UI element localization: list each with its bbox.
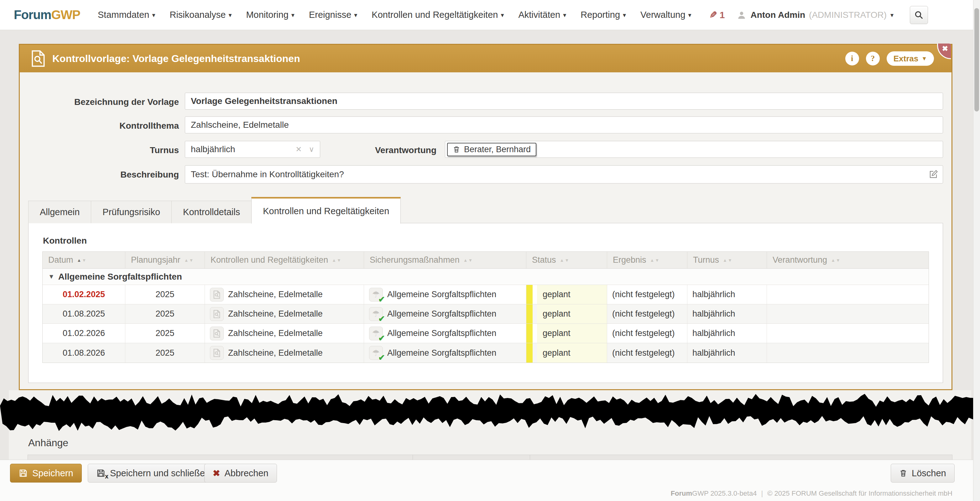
app-logo-part2: GWP xyxy=(51,8,80,22)
app-logo[interactable]: ForumGWP xyxy=(14,8,80,22)
tab-pruefungsrisiko[interactable]: Prüfungsrisiko xyxy=(91,201,172,223)
table-row[interactable]: 01.02.2025 2025 Zahlscheine, Edelmetalle… xyxy=(43,285,929,304)
user-role: (ADMINISTRATOR) xyxy=(809,10,887,20)
sort-icons: ▲▼ xyxy=(650,258,660,263)
vertical-scrollbar[interactable] xyxy=(973,0,980,501)
save-and-close-button[interactable]: x Speichern und schließen xyxy=(88,464,218,482)
menu-item-monitoring[interactable]: Monitoring▾ xyxy=(246,10,294,20)
verantwortung-field[interactable]: Berater, Bernhard xyxy=(445,141,943,158)
column-header-turnus[interactable]: Turnus▲▼ xyxy=(687,252,767,268)
beschreibung-field xyxy=(185,165,943,184)
cell-kontrolle: Zahlscheine, Edelmetalle xyxy=(228,309,323,319)
sort-icons: ▲▼ xyxy=(831,258,841,263)
column-header-datum[interactable]: Datum▲▼ xyxy=(43,252,125,268)
sort-icons: ▲▼ xyxy=(77,258,87,263)
cell-kontrolle: Zahlscheine, Edelmetalle xyxy=(228,348,323,358)
status-color-bar xyxy=(527,285,533,304)
close-icon: ✖ xyxy=(942,45,948,52)
dialog-title: Kontrollvorlage: Vorlage Gelegenheitstra… xyxy=(52,53,300,65)
group-label: Allgemeine Sorgfaltspflichten xyxy=(58,272,182,282)
user-menu[interactable]: Anton Admin (ADMINISTRATOR) ▾ xyxy=(737,10,894,20)
cell-planungsjahr: 2025 xyxy=(125,285,205,304)
page: ForumGWP Stammdaten▾ Risikoanalyse▾ Moni… xyxy=(0,0,980,501)
save-close-icon: x xyxy=(96,468,106,478)
menu-item-ereignisse[interactable]: Ereignisse▾ xyxy=(309,10,357,20)
menu-item-label: Aktivitäten xyxy=(518,10,560,20)
column-header-kontrollen[interactable]: Kontrollen und Regeltätigkeiten▲▼ xyxy=(205,252,364,268)
table-group-row[interactable]: ▼ Allgemeine Sorgfaltspflichten xyxy=(43,269,929,285)
table-row[interactable]: 01.02.2026 2025 Zahlscheine, Edelmetalle… xyxy=(43,324,929,343)
cell-datum: 01.08.2025 xyxy=(43,304,125,323)
column-header-verantwortung[interactable]: Verantwortung▲▼ xyxy=(767,252,929,268)
extras-button[interactable]: Extras ▼ xyxy=(887,51,934,66)
trash-icon xyxy=(453,145,460,154)
attachments-title: Anhänge xyxy=(28,437,68,449)
tab-label: Prüfungsrisiko xyxy=(102,207,160,217)
unsaved-changes-indicator[interactable]: ✎ 1 xyxy=(709,10,725,21)
chevron-down-icon: ▾ xyxy=(688,11,692,19)
table-row[interactable]: 01.08.2026 2025 Zahlscheine, Edelmetalle… xyxy=(43,343,929,363)
document-search-icon xyxy=(210,327,224,340)
menu-item-aktivitaeten[interactable]: Aktivitäten▾ xyxy=(518,10,566,20)
tab-kontrollen-und-regeltaetigkeiten[interactable]: Kontrollen und Regeltätigkeiten xyxy=(251,197,401,224)
menu-item-kontrollen-und-regeltaetigkeiten[interactable]: Kontrollen und Regeltätigkeiten▾ xyxy=(372,10,504,20)
info-icon[interactable]: i xyxy=(845,52,859,65)
label-verantwortung: Verantwortung xyxy=(286,145,436,155)
tab-kontrolldetails[interactable]: Kontrolldetails xyxy=(171,201,251,223)
cancel-icon: ✖ xyxy=(213,468,220,479)
edit-icon[interactable] xyxy=(929,170,938,179)
status-color-bar xyxy=(527,343,533,363)
column-header-status[interactable]: Status▲▼ xyxy=(527,252,607,268)
scrollbar-thumb[interactable] xyxy=(974,8,979,111)
chevron-down-icon: ▾ xyxy=(623,11,626,19)
pencil-icon: ✎ xyxy=(709,10,717,21)
verantwortung-chip[interactable]: Berater, Bernhard xyxy=(447,143,536,156)
menu-item-stammdaten[interactable]: Stammdaten▾ xyxy=(98,10,155,20)
label-beschreibung: Beschreibung xyxy=(21,170,179,180)
kontrollvorlage-dialog: Kontrollvorlage: Vorlage Gelegenheitstra… xyxy=(19,44,953,390)
cell-status: geplant xyxy=(537,324,607,343)
sort-icons: ▲▼ xyxy=(463,258,473,263)
kontrollen-table: Datum▲▼ Planungsjahr▲▼ Kontrollen und Re… xyxy=(42,251,929,363)
collapse-triangle-icon: ▼ xyxy=(48,273,54,280)
sort-icons: ▲▼ xyxy=(723,258,733,263)
edit-count: 1 xyxy=(720,10,725,21)
menu-item-reporting[interactable]: Reporting▾ xyxy=(581,10,626,20)
chevron-down-icon: ▼ xyxy=(921,55,927,62)
cancel-button[interactable]: ✖ Abbrechen xyxy=(204,464,277,482)
tab-allgemein[interactable]: Allgemein xyxy=(28,201,91,223)
menu-item-risikoanalyse[interactable]: Risikoanalyse▾ xyxy=(170,10,232,20)
help-icon[interactable]: ? xyxy=(866,52,880,65)
cell-planungsjahr: 2025 xyxy=(125,304,205,323)
chevron-down-icon: ▾ xyxy=(563,11,566,19)
search-button[interactable] xyxy=(910,6,928,24)
cell-ergebnis: (nicht festgelegt) xyxy=(607,343,687,363)
cell-datum: 01.02.2026 xyxy=(43,324,125,343)
menu-item-label: Risikoanalyse xyxy=(170,10,226,20)
check-icon: ✔ xyxy=(378,353,385,363)
column-header-sicherungsmassnahmen[interactable]: Sicherungsmaßnahmen▲▼ xyxy=(364,252,527,268)
table-row[interactable]: 01.08.2025 2025 Zahlscheine, Edelmetalle… xyxy=(43,304,929,324)
navbar-right: ✎ 1 Anton Admin (ADMINISTRATOR) ▾ xyxy=(709,6,928,24)
turnus-value: halbjährlich xyxy=(191,144,235,154)
chevron-down-icon: ▾ xyxy=(501,11,504,19)
save-button[interactable]: Speichern xyxy=(10,464,82,482)
column-header-planungsjahr[interactable]: Planungsjahr▲▼ xyxy=(125,252,205,268)
cell-planungsjahr: 2025 xyxy=(125,324,205,343)
footer-action-bar: Speichern x Speichern und schließen ✖ Ab… xyxy=(0,460,980,501)
menu-item-label: Stammdaten xyxy=(98,10,149,20)
menu-item-verwaltung[interactable]: Verwaltung▾ xyxy=(640,10,692,20)
label-kontrollthema: Kontrollthema xyxy=(21,121,179,131)
tab-label: Kontrollen und Regeltätigkeiten xyxy=(263,206,389,216)
redaction-scribble xyxy=(0,391,980,434)
status-color-bar xyxy=(527,304,533,323)
bezeichnung-input[interactable] xyxy=(185,93,943,109)
cell-datum: 01.02.2025 xyxy=(63,290,105,300)
tab-panel-kontrollen: Kontrollen Datum▲▼ Planungsjahr▲▼ Kontro… xyxy=(28,223,943,383)
beschreibung-input[interactable] xyxy=(185,165,943,184)
delete-button[interactable]: Löschen xyxy=(891,464,955,482)
column-header-ergebnis[interactable]: Ergebnis▲▼ xyxy=(607,252,687,268)
cell-verantwortung xyxy=(767,343,929,363)
kontrollthema-input[interactable] xyxy=(185,116,943,133)
dialog-header-actions: i ? Extras ▼ xyxy=(845,45,934,72)
